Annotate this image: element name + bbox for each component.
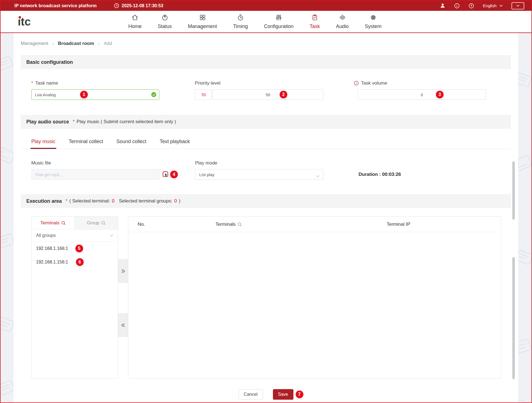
breadcrumb: Management > Broadcast room > Add <box>21 33 511 47</box>
selected-groups-text: Selected terminal groups: <box>119 198 172 204</box>
window-dropdown-button[interactable] <box>511 2 524 9</box>
note-close: ) <box>179 198 180 204</box>
music-file-label: Music file <box>31 160 51 166</box>
column-header-terminal-ip: Terminal IP <box>296 222 501 227</box>
background-pattern-right <box>518 33 531 402</box>
search-icon <box>237 222 242 227</box>
terminals-panel: Terminals Group All groups <box>31 216 118 379</box>
tab-terminal-collect[interactable]: Terminal collect <box>69 139 103 149</box>
nav-timing[interactable]: Timing <box>225 14 256 29</box>
section-execution-area: Execution area * ( Selected terminal: 0 … <box>21 194 511 208</box>
terminal-item-2[interactable]: 192.168.1.156:1 6 <box>32 255 118 269</box>
svg-text:?: ? <box>470 4 472 7</box>
configuration-icon <box>275 14 282 22</box>
scrollbar-thumb-upper[interactable] <box>512 161 515 220</box>
play-mode-select[interactable]: List play <box>195 169 323 180</box>
breadcrumb-add: Add <box>104 41 112 46</box>
step-badge-3: 3 <box>436 91 444 98</box>
system-gear-icon <box>370 14 377 22</box>
column-header-terminals: Terminals <box>162 222 296 227</box>
scrollbar-thumb-lower[interactable] <box>512 257 515 379</box>
double-chevron-left-icon <box>121 323 126 328</box>
section-basic-configuration: Basic configuration <box>21 55 511 69</box>
tab-text-playback[interactable]: Text playback <box>160 139 190 149</box>
selected-groups-count: 0 <box>174 198 177 204</box>
audio-icon <box>339 14 346 22</box>
panel-tab-terminals[interactable]: Terminals <box>32 217 75 229</box>
nav-configuration[interactable]: Configuration <box>256 14 301 29</box>
datetime-text: 2025-12-08 17:30:53 <box>122 3 163 8</box>
group-filter-select[interactable]: All groups <box>32 229 118 242</box>
nav-task[interactable]: Task <box>302 14 328 29</box>
breadcrumb-separator: > <box>52 41 54 46</box>
task-name-label: Task name <box>35 80 58 86</box>
chevron-down-icon <box>316 174 319 178</box>
form-actions: Cancel Save 7 <box>21 389 511 400</box>
valid-check-icon <box>151 92 156 97</box>
main-nav: ıtc Home Status Management Timing C <box>1 11 531 33</box>
logo-red-dot <box>19 16 21 19</box>
step-badge-1: 1 <box>80 91 88 98</box>
search-icon <box>61 221 66 225</box>
priority-label: Priority level <box>195 80 221 86</box>
step-badge-5: 5 <box>75 245 83 252</box>
save-button[interactable]: Save <box>273 389 293 400</box>
nav-management[interactable]: Management <box>180 14 225 29</box>
tab-play-music[interactable]: Play music <box>31 139 55 149</box>
tab-sound-collect[interactable]: Sound collect <box>116 139 146 149</box>
breadcrumb-management[interactable]: Management <box>21 41 48 46</box>
clock-icon <box>114 3 119 8</box>
nav-system[interactable]: System <box>357 14 390 29</box>
info-icon[interactable] <box>454 3 460 9</box>
play-mode-label: Play mode <box>195 160 217 166</box>
nav-status[interactable]: Status <box>150 14 180 29</box>
volume-info-icon[interactable] <box>354 81 359 86</box>
nav-audio[interactable]: Audio <box>328 14 357 29</box>
panel-tab-group[interactable]: Group <box>75 217 118 229</box>
terminal-item-1[interactable]: 192.168.1.166:1 5 <box>32 242 118 255</box>
breadcrumb-broadcast-room[interactable]: Broadcast room <box>58 41 94 46</box>
help-icon[interactable]: ? <box>469 3 474 9</box>
task-name-input[interactable] <box>31 89 159 100</box>
double-chevron-right-icon <box>121 269 126 273</box>
required-mark: * <box>73 119 75 124</box>
top-bar: IP network broadcast service platform 20… <box>1 1 531 11</box>
nav-items: Home Status Management Timing Configurat… <box>120 14 390 29</box>
move-left-button[interactable] <box>118 313 128 337</box>
itc-logo[interactable]: ıtc <box>18 16 51 27</box>
step-badge-6: 6 <box>76 258 84 266</box>
transfer-controls <box>118 216 128 379</box>
duration-text: Duration : 00:03:26 <box>359 169 401 180</box>
chevron-down-icon <box>516 5 520 7</box>
nav-home[interactable]: Home <box>120 14 150 29</box>
select-music-file-icon[interactable] <box>162 171 170 178</box>
background-pattern-left <box>1 33 14 402</box>
search-icon <box>101 221 106 225</box>
user-icon[interactable] <box>440 3 445 8</box>
platform-title: IP network broadcast service platform <box>14 3 97 8</box>
priority-value-input[interactable] <box>213 89 323 100</box>
selected-terminal-count: 0 <box>112 198 114 204</box>
section-title: Execution area <box>26 198 62 204</box>
home-icon <box>131 14 139 22</box>
status-icon <box>161 14 168 22</box>
volume-label: Task volume <box>361 80 387 86</box>
priority-min-input[interactable] <box>195 89 212 100</box>
selected-terminal-text: ( Selected terminal: <box>69 198 110 204</box>
task-icon <box>311 14 318 22</box>
move-right-button[interactable] <box>118 259 128 283</box>
clock-group: 2025-12-08 17:30:53 <box>114 3 163 8</box>
section-title: Play audio source <box>26 119 69 125</box>
cancel-button[interactable]: Cancel <box>239 389 263 400</box>
step-badge-2: 2 <box>280 91 287 98</box>
main-content: Management > Broadcast room > Add Basic … <box>14 33 518 402</box>
audio-source-tabs: Play music Terminal collect Sound collec… <box>21 139 511 149</box>
chevron-down-icon <box>110 233 113 238</box>
music-file-input[interactable] <box>31 169 160 180</box>
chevron-down-icon <box>499 5 503 7</box>
language-label: English <box>483 3 497 8</box>
task-volume-input[interactable] <box>358 89 486 100</box>
language-selector[interactable]: English <box>483 3 503 8</box>
management-icon <box>199 14 206 22</box>
timing-icon <box>237 14 244 22</box>
